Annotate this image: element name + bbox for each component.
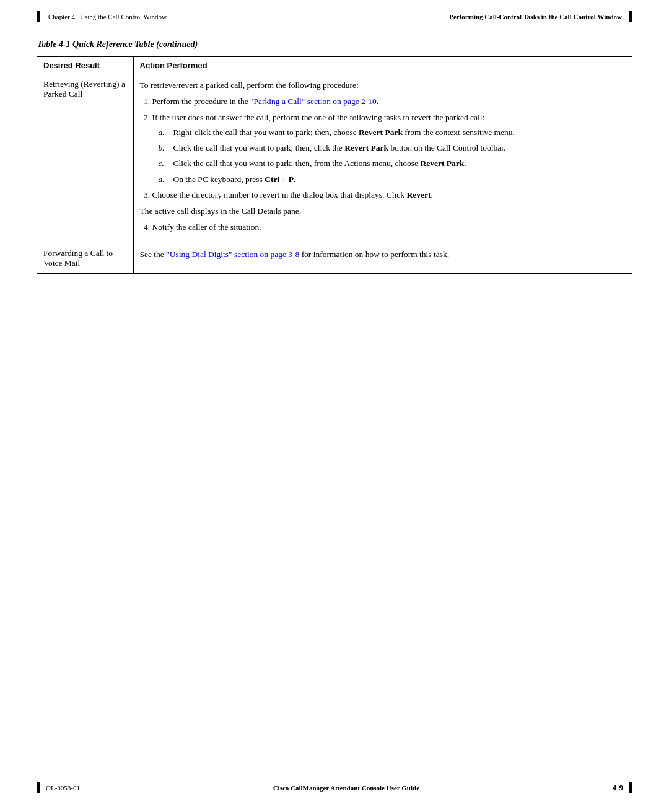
footer-doc-num: OL-3053-01 — [46, 784, 80, 792]
substep-b-text: Click the call that you want to park; th… — [173, 142, 506, 154]
action-text-before-2: See the — [140, 250, 167, 259]
footer-bar-left-icon — [37, 782, 40, 793]
header-bar-right-icon — [629, 11, 632, 22]
col-header-action: Action Performed — [133, 56, 632, 74]
header-chapter-title: Using the Call Control Window — [80, 13, 167, 20]
table-caption: Table 4-1 Quick Reference Table (continu… — [37, 40, 632, 50]
action-note: The active call displays in the Call Det… — [140, 205, 626, 217]
header-right: Performing Call-Control Tasks in the Cal… — [449, 11, 632, 22]
table-header-row: Desired Result Action Performed — [37, 56, 632, 74]
action-cell-2: See the "Using Dial Digits" section on p… — [133, 243, 632, 273]
action-intro: To retrieve/revert a parked call, perfor… — [140, 79, 626, 92]
header-chapter-label: Chapter 4 — [48, 13, 75, 20]
step-3: Choose the directory number to revert in… — [152, 189, 626, 201]
steps-list: Perform the procedure in the "Parking a … — [152, 95, 626, 201]
revert-park-bold-a: Revert Park — [359, 128, 403, 137]
action-link-2[interactable]: "Using Dial Digits" section on page 3-8 — [166, 250, 299, 259]
col-header-desired: Desired Result — [37, 56, 133, 74]
footer-left: OL-3053-01 — [37, 782, 80, 793]
step1-link[interactable]: "Parking a Call" section on page 2-10 — [250, 97, 377, 106]
footer-guide-name: Cisco CallManager Attendant Console User… — [273, 784, 419, 792]
revert-bold: Revert — [406, 190, 431, 199]
substep-a-label: a. — [159, 126, 168, 139]
footer-page-num: 4-9 — [613, 783, 623, 793]
main-content: Table 4-1 Quick Reference Table (continu… — [0, 27, 669, 274]
substep-a: a. Right-click the call that you want to… — [159, 126, 626, 139]
desired-result-cell-2: Forwarding a Call to Voice Mail — [37, 243, 133, 273]
table-row: Retrieving (Reverting) a Parked Call To … — [37, 74, 632, 243]
step-4: Notify the caller of the situation. — [152, 221, 626, 234]
header-section-title: Performing Call-Control Tasks in the Cal… — [449, 13, 622, 20]
action-cell-1: To retrieve/revert a parked call, perfor… — [133, 74, 632, 243]
desired-text-2: Forwarding a Call to Voice Mail — [43, 248, 113, 268]
desired-result-cell-1: Retrieving (Reverting) a Parked Call — [37, 74, 133, 243]
substep-c-text: Click the call that you want to park; th… — [173, 157, 466, 170]
footer-bar-right-icon — [629, 782, 632, 793]
page-container: Chapter 4 Using the Call Control Window … — [0, 0, 669, 812]
substep-d-label: d. — [159, 173, 168, 186]
substep-d-text: On the PC keyboard, press Ctrl + P. — [173, 173, 296, 186]
substep-d: d. On the PC keyboard, press Ctrl + P. — [159, 173, 626, 186]
ctrl-p-bold: Ctrl + P — [265, 175, 294, 184]
substep-b: b. Click the call that you want to park;… — [159, 142, 626, 154]
substep-b-label: b. — [159, 142, 168, 154]
substep-a-text: Right-click the call that you want to pa… — [173, 126, 515, 139]
substeps-list: a. Right-click the call that you want to… — [159, 126, 626, 186]
action-text-after-2: for information on how to perform this t… — [299, 250, 449, 259]
step-2: If the user does not answer the call, pe… — [152, 111, 626, 186]
header-bar-left-icon — [37, 11, 40, 22]
revert-park-bold-c: Revert Park — [420, 159, 464, 168]
step-1: Perform the procedure in the "Parking a … — [152, 95, 626, 108]
page-footer: OL-3053-01 Cisco CallManager Attendant C… — [0, 782, 669, 793]
substep-c-label: c. — [159, 157, 168, 170]
page-header: Chapter 4 Using the Call Control Window … — [0, 0, 669, 27]
footer-right: 4-9 — [613, 782, 632, 793]
revert-park-bold-b: Revert Park — [344, 143, 388, 152]
desired-text-1: Retrieving (Reverting) a Parked Call — [43, 79, 125, 98]
header-left: Chapter 4 Using the Call Control Window — [37, 11, 167, 22]
substep-c: c. Click the call that you want to park;… — [159, 157, 626, 170]
table-row: Forwarding a Call to Voice Mail See the … — [37, 243, 632, 273]
reference-table: Desired Result Action Performed Retrievi… — [37, 56, 632, 274]
step4-list: Notify the caller of the situation. — [152, 221, 626, 234]
